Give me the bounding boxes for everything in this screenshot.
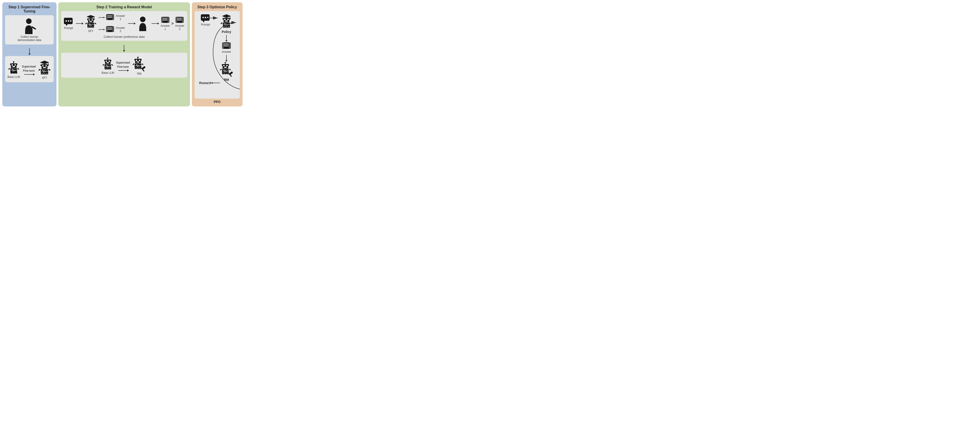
step1-top-box: Collect human demonstration data	[5, 15, 54, 44]
step2-arrow-down	[124, 45, 124, 51]
svg-rect-158	[223, 64, 228, 69]
answer-to-rm-arrow	[226, 55, 227, 60]
svg-rect-96	[107, 62, 109, 63]
ppo-label: PPO	[195, 100, 240, 104]
svg-rect-49	[88, 18, 94, 22]
svg-point-95	[108, 60, 110, 62]
svg-point-159	[223, 65, 224, 67]
svg-rect-83	[168, 17, 169, 23]
svg-rect-109	[112, 65, 113, 66]
svg-rect-124	[133, 64, 134, 65]
human-with-pencil-icon	[21, 18, 38, 35]
svg-rect-18	[8, 69, 10, 70]
svg-rect-25	[41, 64, 48, 69]
svg-point-130	[202, 17, 204, 18]
svg-rect-88	[175, 17, 177, 23]
reward-label: Reward	[199, 81, 211, 85]
svg-point-6	[14, 64, 16, 66]
svg-rect-155	[224, 44, 229, 44]
svg-rect-8	[10, 64, 11, 65]
svg-rect-76	[112, 26, 114, 32]
svg-rect-151	[231, 23, 232, 24]
step1-panel: Step 1 Supervised Fine-Tuning Collect hu…	[2, 2, 56, 106]
prompt-label-step3: Prompt	[201, 23, 210, 26]
step1-arrow-down	[29, 48, 30, 54]
svg-rect-154	[229, 42, 231, 49]
svg-marker-46	[86, 15, 95, 18]
svg-rect-19	[17, 68, 19, 69]
sft-robot-icon	[38, 60, 51, 76]
policy-robot-icon	[220, 14, 233, 30]
pref-answer2-label: Answer 2	[175, 24, 185, 31]
answer1-scroll-icon	[106, 13, 115, 22]
svg-rect-71	[107, 17, 112, 18]
svg-marker-65	[103, 17, 105, 18]
answer2-scroll-icon	[106, 25, 115, 33]
rm-robot-icon-step3	[219, 62, 234, 78]
svg-rect-69	[107, 15, 112, 16]
step2-top-box: Prompt	[61, 11, 187, 41]
svg-rect-175	[229, 71, 233, 75]
svg-point-58	[90, 26, 92, 28]
svg-point-168	[222, 72, 224, 75]
svg-point-43	[68, 20, 69, 22]
sft-label-step1: SFT	[42, 76, 47, 79]
prompt-chat-icon-step3	[200, 14, 210, 23]
svg-point-169	[224, 72, 227, 75]
svg-rect-40	[49, 70, 51, 70]
svg-point-112	[139, 60, 140, 61]
svg-point-138	[224, 19, 226, 20]
svg-rect-68	[112, 14, 114, 20]
svg-rect-113	[137, 62, 139, 62]
svg-rect-9	[16, 64, 17, 65]
svg-point-51	[92, 19, 93, 21]
step1-collect-label: Collect human demonstration data	[18, 35, 41, 42]
svg-rect-157	[224, 46, 229, 46]
svg-rect-63	[95, 23, 96, 24]
svg-rect-67	[106, 14, 108, 20]
svg-point-145	[223, 26, 225, 28]
svg-rect-174	[230, 70, 231, 70]
svg-rect-171	[220, 69, 222, 70]
arrow-answer1	[99, 16, 105, 19]
step2-panel: Step 2 Training a Reward Model Prompt	[58, 2, 190, 106]
svg-point-26	[42, 65, 44, 67]
pref-answer1-label: Answer 1	[160, 24, 170, 31]
svg-rect-115	[141, 59, 142, 60]
svg-point-147	[228, 26, 230, 28]
svg-point-111	[136, 60, 137, 61]
step1-bottom-box: Base LLM Supervised Fine-tune	[5, 56, 54, 82]
reward-arrow	[211, 82, 220, 84]
svg-rect-106	[103, 64, 105, 65]
svg-rect-29	[41, 64, 41, 66]
svg-rect-97	[105, 60, 105, 62]
svg-rect-61	[85, 23, 87, 24]
svg-point-131	[205, 17, 206, 18]
svg-rect-93	[105, 60, 111, 64]
svg-rect-172	[220, 70, 221, 70]
svg-rect-107	[103, 65, 104, 66]
svg-rect-89	[182, 17, 184, 23]
svg-point-0	[26, 18, 32, 24]
svg-marker-133	[203, 21, 205, 22]
answer-label-step3: Answer	[222, 50, 231, 54]
svg-point-44	[70, 20, 72, 22]
rm-label-step2: RM	[137, 72, 142, 75]
svg-rect-79	[107, 29, 112, 30]
pref-answer2-scroll	[175, 16, 184, 24]
svg-marker-45	[66, 24, 68, 26]
finetune-label2: Fine-tune	[23, 69, 35, 73]
svg-point-42	[65, 20, 67, 22]
svg-point-146	[226, 26, 228, 28]
svg-rect-137	[224, 18, 229, 22]
svg-rect-52	[89, 21, 92, 22]
prompt-label-step2: Prompt	[64, 27, 73, 30]
finetune-label2-step2: Fine-tune	[117, 65, 129, 69]
svg-point-120	[135, 67, 137, 69]
svg-point-132	[207, 17, 208, 18]
svg-point-50	[89, 19, 90, 21]
svg-point-80	[140, 17, 145, 22]
svg-rect-142	[229, 18, 231, 20]
step1-title: Step 1 Supervised Fine-Tuning	[5, 5, 54, 13]
svg-point-170	[227, 72, 229, 75]
